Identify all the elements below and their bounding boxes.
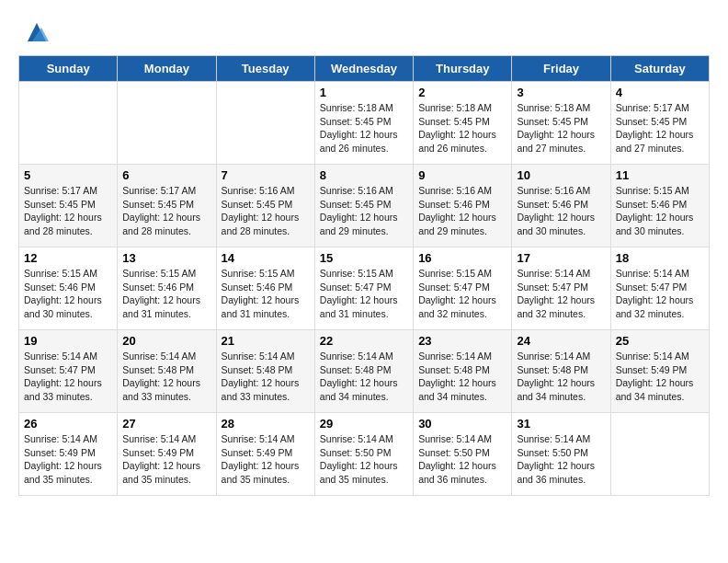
cell-content: Sunrise: 5:16 AM Sunset: 5:45 PM Dayligh… [320,184,408,238]
cell-content: Sunrise: 5:14 AM Sunset: 5:49 PM Dayligh… [24,432,112,487]
calendar-cell: 10Sunrise: 5:16 AM Sunset: 5:46 PM Dayli… [512,165,610,247]
date-number: 14 [222,251,310,265]
calendar-cell: 11Sunrise: 5:15 AM Sunset: 5:46 PM Dayli… [610,165,709,247]
calendar-cell [610,413,709,496]
date-number: 22 [320,334,408,348]
cell-content: Sunrise: 5:14 AM Sunset: 5:48 PM Dayligh… [122,350,210,404]
calendar-cell: 13Sunrise: 5:15 AM Sunset: 5:46 PM Dayli… [118,247,216,330]
cell-content: Sunrise: 5:17 AM Sunset: 5:45 PM Dayligh… [122,184,210,238]
cell-content: Sunrise: 5:14 AM Sunset: 5:48 PM Dayligh… [418,350,506,404]
cell-content: Sunrise: 5:15 AM Sunset: 5:47 PM Dayligh… [320,267,408,321]
day-header-wednesday: Wednesday [314,56,413,82]
calendar-cell: 19Sunrise: 5:14 AM Sunset: 5:47 PM Dayli… [19,330,118,413]
calendar-cell: 20Sunrise: 5:14 AM Sunset: 5:48 PM Dayli… [118,330,216,413]
week-row-5: 26Sunrise: 5:14 AM Sunset: 5:49 PM Dayli… [19,413,710,496]
cell-content: Sunrise: 5:15 AM Sunset: 5:47 PM Dayligh… [418,267,506,321]
date-number: 10 [517,168,605,182]
date-number: 1 [320,86,408,99]
day-header-sunday: Sunday [19,56,118,82]
day-header-saturday: Saturday [610,56,709,82]
date-number: 8 [320,168,408,182]
cell-content: Sunrise: 5:14 AM Sunset: 5:50 PM Dayligh… [517,432,605,487]
date-number: 4 [616,86,704,99]
date-number: 21 [222,334,310,348]
date-number: 5 [24,168,112,182]
calendar-cell: 2Sunrise: 5:18 AM Sunset: 5:45 PM Daylig… [414,82,512,165]
page-header [18,18,710,46]
date-number: 18 [616,251,704,265]
calendar-cell: 27Sunrise: 5:14 AM Sunset: 5:49 PM Dayli… [118,413,216,496]
calendar-cell: 7Sunrise: 5:16 AM Sunset: 5:45 PM Daylig… [216,165,314,247]
cell-content: Sunrise: 5:14 AM Sunset: 5:48 PM Dayligh… [222,350,310,404]
calendar-cell: 22Sunrise: 5:14 AM Sunset: 5:48 PM Dayli… [314,330,413,413]
cell-content: Sunrise: 5:16 AM Sunset: 5:45 PM Dayligh… [222,184,310,238]
date-number: 27 [122,417,210,431]
calendar-cell: 9Sunrise: 5:16 AM Sunset: 5:46 PM Daylig… [414,165,512,247]
cell-content: Sunrise: 5:17 AM Sunset: 5:45 PM Dayligh… [24,184,112,238]
calendar-cell: 29Sunrise: 5:14 AM Sunset: 5:50 PM Dayli… [314,413,413,496]
calendar-cell: 6Sunrise: 5:17 AM Sunset: 5:45 PM Daylig… [118,165,216,247]
day-header-tuesday: Tuesday [216,56,314,82]
calendar-table: SundayMondayTuesdayWednesdayThursdayFrid… [18,55,710,496]
logo [18,18,51,46]
date-number: 2 [418,86,506,99]
date-number: 11 [616,168,704,182]
calendar-cell: 24Sunrise: 5:14 AM Sunset: 5:48 PM Dayli… [512,330,610,413]
date-number: 16 [418,251,506,265]
date-number: 17 [517,251,605,265]
date-number: 23 [418,334,506,348]
date-number: 3 [517,86,605,99]
cell-content: Sunrise: 5:18 AM Sunset: 5:45 PM Dayligh… [517,101,605,155]
calendar-cell: 31Sunrise: 5:14 AM Sunset: 5:50 PM Dayli… [512,413,610,496]
calendar-cell: 4Sunrise: 5:17 AM Sunset: 5:45 PM Daylig… [610,82,709,165]
date-number: 24 [517,334,605,348]
cell-content: Sunrise: 5:15 AM Sunset: 5:46 PM Dayligh… [24,267,112,321]
calendar-cell [118,82,216,165]
date-number: 12 [24,251,112,265]
cell-content: Sunrise: 5:18 AM Sunset: 5:45 PM Dayligh… [320,101,408,155]
day-header-thursday: Thursday [414,56,512,82]
cell-content: Sunrise: 5:14 AM Sunset: 5:47 PM Dayligh… [517,267,605,321]
calendar-cell: 25Sunrise: 5:14 AM Sunset: 5:49 PM Dayli… [610,330,709,413]
cell-content: Sunrise: 5:15 AM Sunset: 5:46 PM Dayligh… [122,267,210,321]
calendar-cell: 12Sunrise: 5:15 AM Sunset: 5:46 PM Dayli… [19,247,118,330]
calendar-cell: 28Sunrise: 5:14 AM Sunset: 5:49 PM Dayli… [216,413,314,496]
date-number: 9 [418,168,506,182]
cell-content: Sunrise: 5:14 AM Sunset: 5:49 PM Dayligh… [222,432,310,487]
cell-content: Sunrise: 5:14 AM Sunset: 5:47 PM Dayligh… [616,267,704,321]
date-number: 31 [517,417,605,431]
cell-content: Sunrise: 5:16 AM Sunset: 5:46 PM Dayligh… [517,184,605,238]
week-row-4: 19Sunrise: 5:14 AM Sunset: 5:47 PM Dayli… [19,330,710,413]
date-number: 30 [418,417,506,431]
date-number: 19 [24,334,112,348]
week-row-1: 1Sunrise: 5:18 AM Sunset: 5:45 PM Daylig… [19,82,710,165]
date-number: 20 [122,334,210,348]
date-number: 15 [320,251,408,265]
cell-content: Sunrise: 5:14 AM Sunset: 5:47 PM Dayligh… [24,350,112,404]
cell-content: Sunrise: 5:14 AM Sunset: 5:50 PM Dayligh… [320,432,408,487]
cell-content: Sunrise: 5:14 AM Sunset: 5:49 PM Dayligh… [122,432,210,487]
date-number: 6 [122,168,210,182]
calendar-cell: 21Sunrise: 5:14 AM Sunset: 5:48 PM Dayli… [216,330,314,413]
cell-content: Sunrise: 5:14 AM Sunset: 5:48 PM Dayligh… [320,350,408,404]
logo-icon [23,18,51,46]
calendar-cell: 14Sunrise: 5:15 AM Sunset: 5:46 PM Dayli… [216,247,314,330]
calendar-cell: 23Sunrise: 5:14 AM Sunset: 5:48 PM Dayli… [414,330,512,413]
calendar-cell: 26Sunrise: 5:14 AM Sunset: 5:49 PM Dayli… [19,413,118,496]
week-row-3: 12Sunrise: 5:15 AM Sunset: 5:46 PM Dayli… [19,247,710,330]
cell-content: Sunrise: 5:14 AM Sunset: 5:50 PM Dayligh… [418,432,506,487]
cell-content: Sunrise: 5:15 AM Sunset: 5:46 PM Dayligh… [616,184,704,238]
cell-content: Sunrise: 5:16 AM Sunset: 5:46 PM Dayligh… [418,184,506,238]
calendar-cell: 18Sunrise: 5:14 AM Sunset: 5:47 PM Dayli… [610,247,709,330]
day-header-monday: Monday [118,56,216,82]
cell-content: Sunrise: 5:14 AM Sunset: 5:48 PM Dayligh… [517,350,605,404]
calendar-cell: 5Sunrise: 5:17 AM Sunset: 5:45 PM Daylig… [19,165,118,247]
week-row-2: 5Sunrise: 5:17 AM Sunset: 5:45 PM Daylig… [19,165,710,247]
date-number: 7 [222,168,310,182]
day-header-friday: Friday [512,56,610,82]
calendar-cell: 30Sunrise: 5:14 AM Sunset: 5:50 PM Dayli… [414,413,512,496]
calendar-cell: 8Sunrise: 5:16 AM Sunset: 5:45 PM Daylig… [314,165,413,247]
calendar-cell [216,82,314,165]
cell-content: Sunrise: 5:14 AM Sunset: 5:49 PM Dayligh… [616,350,704,404]
date-number: 13 [122,251,210,265]
